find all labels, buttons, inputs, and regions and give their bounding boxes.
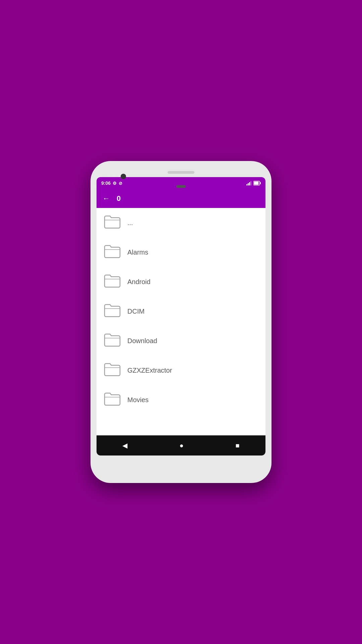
settings-icon: ⚙ (113, 181, 117, 186)
phone-screen: 9:06 ⚙ ⊘ ← (97, 177, 265, 455)
folder-icon (103, 214, 121, 231)
svg-rect-1 (260, 182, 261, 184)
phone-top (97, 171, 265, 174)
back-button[interactable]: ← (101, 193, 111, 204)
nav-recent-button[interactable]: ■ (229, 438, 246, 453)
list-item[interactable]: Alarms (97, 237, 265, 267)
folder-icon (103, 273, 121, 290)
folder-icon (103, 391, 121, 409)
folder-icon (103, 303, 121, 320)
folder-icon (103, 244, 121, 261)
folder-icon (103, 362, 121, 379)
app-title: 0 (117, 194, 121, 203)
list-item[interactable]: DCIM (97, 297, 265, 326)
sensor (176, 185, 186, 188)
file-name-label: GZXZExtractor (127, 367, 172, 374)
list-item[interactable]: Android (97, 267, 265, 297)
signal-bar-3 (249, 182, 250, 185)
folder-icon (103, 332, 121, 350)
file-name-label: Movies (127, 396, 148, 404)
status-left: 9:06 ⚙ ⊘ (101, 180, 122, 186)
phone-frame: 9:06 ⚙ ⊘ ← (90, 161, 272, 483)
list-item[interactable]: GZXZExtractor (97, 356, 265, 385)
signal-bar-4 (250, 181, 251, 185)
signal-bar-2 (248, 183, 249, 185)
file-list: ... Alarms Android DCIM Download (97, 208, 265, 435)
nav-home-button[interactable]: ● (173, 438, 190, 453)
app-bar: ← 0 (97, 189, 265, 208)
blocked-icon: ⊘ (119, 181, 122, 186)
signal-icon (246, 181, 251, 185)
list-item[interactable]: Download (97, 326, 265, 356)
file-name-label: Alarms (127, 249, 148, 256)
file-name-label: Android (127, 278, 150, 286)
time-display: 9:06 (101, 180, 111, 186)
file-name-label: DCIM (127, 308, 144, 315)
status-right (246, 181, 261, 185)
nav-back-button[interactable]: ◀ (116, 438, 134, 453)
file-name-label: Download (127, 337, 157, 345)
nav-bar: ◀ ● ■ (97, 435, 265, 455)
list-item[interactable]: Movies (97, 385, 265, 415)
list-item[interactable]: ... (97, 208, 265, 237)
speaker (168, 171, 194, 174)
svg-rect-2 (254, 182, 259, 185)
camera (121, 174, 126, 179)
battery-icon (253, 181, 261, 185)
file-name-label: ... (127, 219, 133, 227)
signal-bar-1 (246, 184, 247, 185)
